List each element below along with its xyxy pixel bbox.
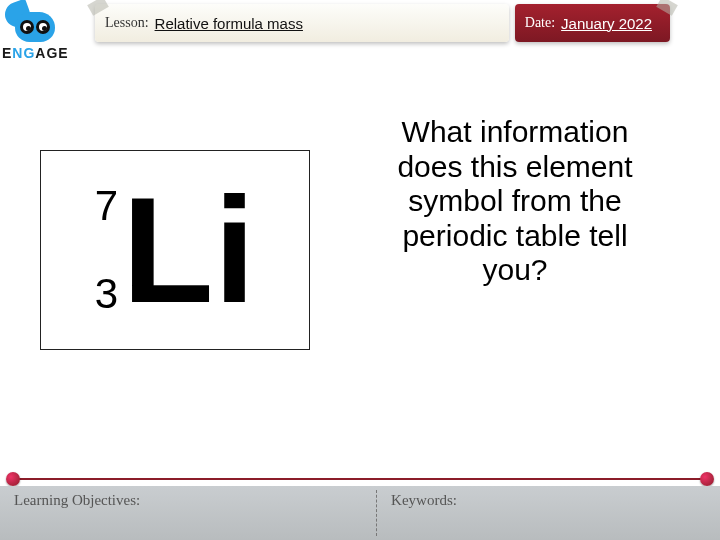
footer-divider-line [10, 478, 710, 480]
date-label: Date: [525, 15, 555, 31]
mascot-icon [5, 2, 65, 47]
date-value: January 2022 [561, 15, 652, 32]
lesson-label: Lesson: [105, 15, 149, 31]
lesson-segment: Lesson: Relative formula mass [95, 4, 509, 42]
date-segment: Date: January 2022 [515, 4, 670, 42]
pin-icon [6, 472, 20, 486]
footer: Learning Objectives: Keywords: [0, 478, 720, 540]
footer-bar: Learning Objectives: Keywords: [0, 486, 720, 540]
atomic-number: 3 [95, 273, 118, 315]
element-tile: 7 3 Li [40, 150, 310, 350]
pin-icon [700, 472, 714, 486]
lesson-title: Relative formula mass [155, 15, 303, 32]
learning-objectives-label: Learning Objectives: [0, 486, 376, 540]
mass-number: 7 [95, 185, 118, 227]
brand-logo: ENGAGE [2, 2, 69, 61]
header: ENGAGE Lesson: Relative formula mass Dat… [0, 0, 720, 50]
lesson-bar: Lesson: Relative formula mass Date: Janu… [95, 4, 670, 42]
tape-icon [87, 0, 109, 16]
keywords-label: Keywords: [377, 486, 720, 540]
element-symbol: Li [122, 183, 255, 318]
question-text: What information does this element symbo… [370, 115, 660, 288]
tape-icon [656, 0, 678, 16]
brand-text: ENGAGE [2, 45, 69, 61]
